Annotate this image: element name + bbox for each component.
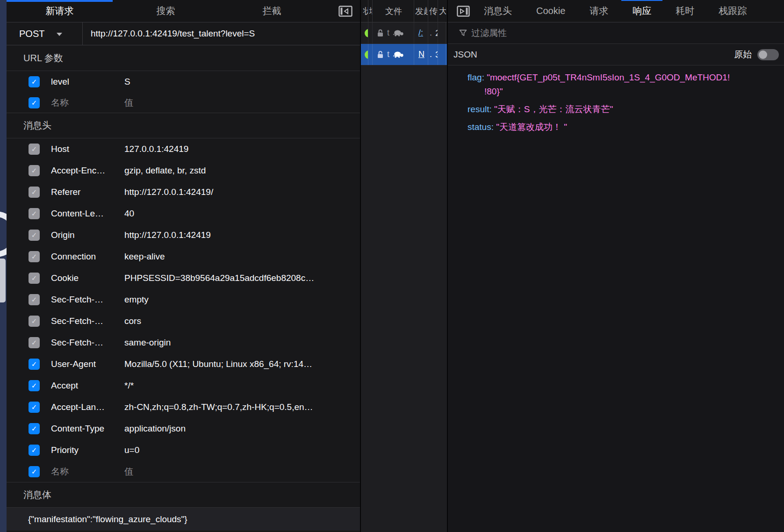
header-row-5[interactable]: ✓Connectionkeep-alive bbox=[7, 246, 360, 267]
type-dot: . bbox=[428, 28, 432, 38]
dock-split-icon[interactable] bbox=[457, 6, 470, 17]
json-property-flag[interactable]: flag: "moectf{GET_p05t_TR4nSmI5sIon_1S_4… bbox=[468, 71, 776, 99]
header-row-2[interactable]: ✓Refererhttp://127.0.0.1:42419/ bbox=[7, 181, 360, 203]
checkbox-gray[interactable]: ✓ bbox=[29, 230, 40, 241]
response-details-pane: 消息头Cookie请求响应耗时栈跟踪 过滤属性 JSON 原始 flag: "m… bbox=[448, 0, 784, 532]
file-link[interactable]: /: bbox=[414, 28, 423, 38]
method-select[interactable]: POST bbox=[7, 22, 83, 45]
network-request-row-1[interactable]: tN.3 bbox=[361, 44, 447, 65]
checkbox-gray[interactable]: ✓ bbox=[29, 316, 40, 327]
json-string-value: "天赋：S，光芒：流云状青芒" bbox=[494, 104, 613, 114]
background-window-strip bbox=[0, 0, 7, 532]
header-name: User-Agent bbox=[51, 359, 124, 369]
header-row-4[interactable]: ✓Originhttp://127.0.0.1:42419 bbox=[7, 224, 360, 246]
network-col-header-2[interactable]: 文件 bbox=[373, 0, 414, 22]
json-section-header[interactable]: JSON 原始 bbox=[448, 44, 784, 65]
checkbox-blue[interactable]: ✓ bbox=[29, 76, 40, 87]
json-string-value: "moectf{GET_p05t_TR4nSmI5sIon_1S_4_G0OD_… bbox=[484, 72, 730, 96]
header-row-15[interactable]: ✓名称值 bbox=[7, 461, 360, 482]
checkbox-blue[interactable]: ✓ bbox=[29, 423, 40, 434]
url-param-row-1[interactable]: ✓名称值 bbox=[7, 92, 360, 113]
tab-response-1[interactable]: Cookie bbox=[536, 6, 565, 16]
size-number: 3 bbox=[432, 50, 438, 60]
checkbox-blue[interactable]: ✓ bbox=[29, 380, 40, 391]
header-row-9[interactable]: ✓Sec-Fetch-…same-origin bbox=[7, 332, 360, 353]
json-key: flag: bbox=[468, 72, 487, 82]
network-col-header-4[interactable]: 传输 bbox=[428, 0, 438, 22]
checkbox-gray[interactable]: ✓ bbox=[29, 187, 40, 198]
size-number: 2 bbox=[432, 28, 438, 38]
checkbox-gray[interactable]: ✓ bbox=[29, 165, 40, 176]
url-param-value: 值 bbox=[124, 97, 133, 109]
header-value: 127.0.0.1:42419 bbox=[124, 144, 188, 154]
request-body-input[interactable]: {"manifestation":"flowing_azure_clouds"} bbox=[7, 508, 360, 531]
tab-left-1[interactable]: 搜索 bbox=[113, 0, 219, 22]
tab-left-2[interactable]: 拦截 bbox=[219, 0, 325, 22]
checkbox-gray[interactable]: ✓ bbox=[29, 337, 40, 348]
checkbox-blue[interactable]: ✓ bbox=[29, 402, 40, 413]
lock-open-icon bbox=[377, 50, 384, 58]
header-row-8[interactable]: ✓Sec-Fetch-…cors bbox=[7, 310, 360, 332]
checkbox-gray[interactable]: ✓ bbox=[29, 273, 40, 284]
checkbox-gray[interactable]: ✓ bbox=[29, 208, 40, 219]
tab-response-4[interactable]: 耗时 bbox=[676, 5, 694, 17]
tab-left-0[interactable]: 新请求 bbox=[7, 0, 113, 22]
network-column-headers[interactable]: 状态域名文件发起者传输大小 bbox=[361, 0, 447, 22]
json-section-label: JSON bbox=[453, 50, 477, 60]
tab-response-5[interactable]: 栈跟踪 bbox=[719, 5, 747, 17]
header-row-13[interactable]: ✓Content-Typeapplication/json bbox=[7, 418, 360, 439]
status-indicator-wrap bbox=[362, 22, 368, 43]
request-editor-pane: 新请求搜索拦截 POST http://127.0.0.1:42419/test… bbox=[7, 0, 360, 532]
section-body: 消息体 bbox=[7, 482, 360, 508]
filter-row[interactable]: 过滤属性 bbox=[448, 22, 784, 44]
json-property-status[interactable]: status: "天道篡改成功！ " bbox=[468, 120, 776, 134]
checkbox-blue[interactable]: ✓ bbox=[29, 466, 40, 477]
header-row-1[interactable]: ✓Accept-Enc…gzip, deflate, br, zstd bbox=[7, 160, 360, 181]
collapse-panel-icon[interactable] bbox=[338, 6, 352, 17]
network-request-row-0[interactable]: t/:.2 bbox=[361, 22, 447, 44]
header-row-11[interactable]: ✓Accept*/* bbox=[7, 375, 360, 396]
header-row-7[interactable]: ✓Sec-Fetch-…empty bbox=[7, 289, 360, 310]
json-property-result[interactable]: result: "天赋：S，光芒：流云状青芒" bbox=[468, 102, 776, 116]
url-param-name: level bbox=[51, 77, 124, 87]
header-row-3[interactable]: ✓Content-Le…40 bbox=[7, 203, 360, 224]
checkbox-blue[interactable]: ✓ bbox=[29, 97, 40, 108]
raw-toggle-switch[interactable] bbox=[757, 49, 779, 60]
filter-properties-input[interactable]: 过滤属性 bbox=[471, 27, 507, 39]
file-link[interactable]: N bbox=[414, 50, 424, 59]
url-param-row-0[interactable]: ✓levelS bbox=[7, 71, 360, 92]
status-cell bbox=[362, 44, 368, 65]
background-scrollbar-shape bbox=[0, 259, 6, 302]
network-col-header-3[interactable]: 发起者 bbox=[414, 0, 428, 22]
domain-text: t bbox=[387, 28, 389, 38]
background-circle-shape bbox=[0, 211, 7, 257]
tab-response-3[interactable]: 响应 bbox=[633, 5, 651, 17]
header-value: gzip, deflate, br, zstd bbox=[124, 165, 206, 176]
file-cell: t bbox=[373, 44, 414, 65]
header-row-0[interactable]: ✓Host127.0.0.1:42419 bbox=[7, 138, 360, 160]
header-name: Connection bbox=[51, 252, 124, 262]
checkbox-gray[interactable]: ✓ bbox=[29, 251, 40, 262]
header-row-12[interactable]: ✓Accept-Lan…zh-CN,zh;q=0.8,zh-TW;q=0.7,z… bbox=[7, 396, 360, 418]
checkbox-gray[interactable]: ✓ bbox=[29, 294, 40, 305]
method-label: POST bbox=[19, 29, 44, 39]
checkbox-blue[interactable]: ✓ bbox=[29, 445, 40, 456]
header-value: keep-alive bbox=[124, 252, 165, 262]
network-col-header-1[interactable]: 域名 bbox=[368, 0, 373, 22]
header-value: PHPSESSID=38b9564a29a15adcdf6eb8208c… bbox=[124, 273, 314, 283]
header-row-14[interactable]: ✓Priorityu=0 bbox=[7, 439, 360, 461]
url-input[interactable]: http://127.0.0.1:42419/test_talent?level… bbox=[91, 29, 255, 39]
network-col-header-5[interactable]: 大小 bbox=[438, 0, 446, 22]
header-row-6[interactable]: ✓CookiePHPSESSID=38b9564a29a15adcdf6eb82… bbox=[7, 267, 360, 289]
header-row-10[interactable]: ✓User-AgentMozilla/5.0 (X11; Ubuntu; Lin… bbox=[7, 353, 360, 375]
section-url-params: URL 参数 bbox=[7, 45, 360, 71]
checkbox-gray[interactable]: ✓ bbox=[29, 144, 40, 155]
header-value: Mozilla/5.0 (X11; Ubuntu; Linux x86_64; … bbox=[124, 359, 312, 369]
header-name: Accept-Enc… bbox=[51, 165, 124, 176]
tab-response-2[interactable]: 请求 bbox=[590, 5, 608, 17]
header-name: Sec-Fetch-… bbox=[51, 338, 124, 348]
checkbox-blue[interactable]: ✓ bbox=[29, 359, 40, 370]
network-col-header-0[interactable]: 状态 bbox=[362, 0, 368, 22]
tab-response-0[interactable]: 消息头 bbox=[484, 5, 512, 17]
section-headers-label: 消息头 bbox=[23, 119, 51, 132]
